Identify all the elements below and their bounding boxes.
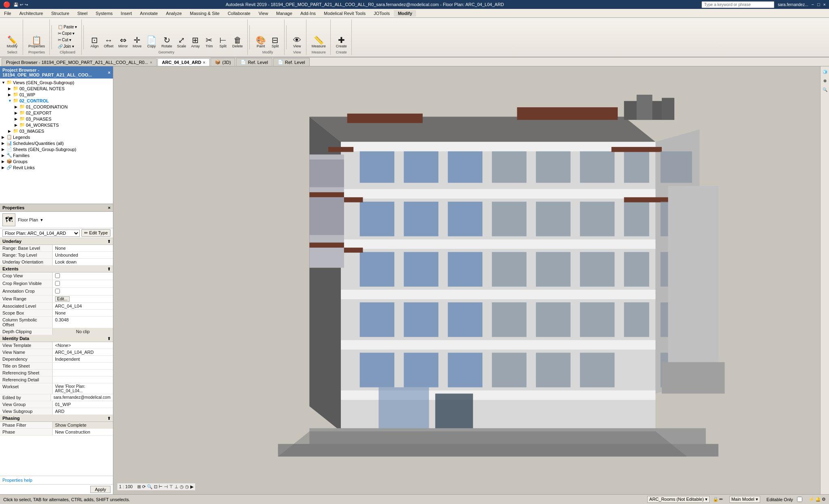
annotation-crop-checkbox[interactable] xyxy=(55,289,60,293)
prop-value-phase-filter[interactable]: Show Complete xyxy=(53,422,113,428)
tree-item-images[interactable]: ▶ 📁 03_IMAGES xyxy=(0,128,113,134)
menu-systems[interactable]: Systems xyxy=(91,10,117,17)
tree-item-control[interactable]: ▼ 📁 02_CONTROL xyxy=(0,98,113,104)
menu-jotools[interactable]: JOTools xyxy=(370,10,394,17)
paint-button[interactable]: 🎨Paint xyxy=(254,35,268,49)
steering-wheel-button[interactable]: ⊕ xyxy=(821,77,829,84)
prop-value-view-range[interactable]: Edit... xyxy=(53,296,113,302)
menu-modelical[interactable]: Modelical Revit Tools xyxy=(320,10,370,17)
prop-value-depth-clipping[interactable]: No clip xyxy=(53,328,113,335)
tree-item-views[interactable]: ▼ 📁 Views (GEN_Group-Subgroup) xyxy=(0,79,113,85)
canvas-area[interactable]: 1 : 100 ⊞ ⟳ 🔍 ⊡ ⊢ ⊣ ⊤ ⊥ ◷ ◷ ▶ xyxy=(113,66,820,494)
properties-help-link[interactable]: Properties help xyxy=(2,478,32,483)
zoom-button[interactable]: 🔍 xyxy=(821,86,829,93)
menu-manage[interactable]: Manage xyxy=(272,10,296,17)
crop-region-checkbox[interactable] xyxy=(55,281,60,286)
status-icon-3[interactable]: ⚙ xyxy=(822,497,826,502)
menu-massing[interactable]: Massing & Site xyxy=(186,10,223,17)
close-button[interactable]: × xyxy=(823,2,826,7)
mirror-button[interactable]: ⇔Mirror xyxy=(116,35,130,49)
crop-view-checkbox[interactable] xyxy=(55,273,60,278)
prop-value-ref-sheet[interactable] xyxy=(53,370,113,376)
tab-arc04-close[interactable]: × xyxy=(203,60,205,65)
menu-steel[interactable]: Steel xyxy=(73,10,91,17)
menu-collaborate[interactable]: Collaborate xyxy=(223,10,254,17)
tree-item-coordination[interactable]: ▶ 📁 01_COORDINATION xyxy=(0,104,113,110)
move-button[interactable]: ✛Move xyxy=(131,35,144,49)
prop-section-underlay-scroll[interactable]: ⬆ xyxy=(107,239,111,244)
workset-icon-2[interactable]: ✏ xyxy=(719,497,723,502)
prop-value-edited-by[interactable]: sara.fernandez@modelical.com xyxy=(51,394,113,401)
prop-floor-plan-select[interactable]: Floor Plan: ARC_04_L04_ARD xyxy=(2,230,80,237)
minimize-button[interactable]: − xyxy=(811,2,814,7)
tree-item-sheets[interactable]: ▶ 📄 Sheets (GEN_Group-Subgroup) xyxy=(0,146,113,152)
prop-value-dependency[interactable]: Independent xyxy=(53,356,113,362)
model-dropdown[interactable]: Main Model ▾ xyxy=(729,496,760,503)
tab-3d[interactable]: 📦 (3D) xyxy=(210,58,235,66)
prop-section-extents-scroll[interactable]: ⬆ xyxy=(107,267,111,271)
menu-architecture[interactable]: Architecture xyxy=(15,10,47,17)
menu-addins[interactable]: Add-Ins xyxy=(296,10,320,17)
view-btn[interactable]: 👁View xyxy=(291,35,304,49)
prop-value-view-template[interactable]: <None> xyxy=(53,342,113,349)
workset-icon-1[interactable]: 🔒 xyxy=(713,497,718,502)
prop-value-phase[interactable]: New Construction xyxy=(53,429,113,435)
prop-value-col-offset[interactable]: 0.3048 xyxy=(53,317,113,328)
quick-access-save[interactable]: 💾 xyxy=(13,2,18,7)
view-cube-button[interactable]: 🧊 xyxy=(821,68,829,75)
prop-type-dropdown[interactable]: ▾ xyxy=(40,217,43,223)
quick-access-undo[interactable]: ↩ xyxy=(20,2,23,7)
join-button[interactable]: 🔗Join ▾ xyxy=(56,43,76,49)
properties-close[interactable]: × xyxy=(108,205,111,210)
prop-section-phasing-scroll[interactable]: ⬆ xyxy=(107,416,111,421)
modify-button[interactable]: ✏️ Modify xyxy=(4,35,20,49)
tree-item-phases[interactable]: ▶ 📁 03_PHASES xyxy=(0,116,113,122)
prop-value-underlay-orient[interactable]: Look down xyxy=(53,259,113,265)
editable-only-checkbox[interactable] xyxy=(797,497,802,502)
offset-button[interactable]: ↔Offset xyxy=(102,35,115,49)
status-icon-1[interactable]: ⚡ xyxy=(809,497,814,502)
align-button[interactable]: ⊡Align xyxy=(88,35,101,49)
status-icon-2[interactable]: 🔔 xyxy=(815,497,821,502)
tab-ref-level-1[interactable]: 📄 Ref. Level xyxy=(236,58,272,66)
prop-value-crop-region[interactable] xyxy=(53,280,113,287)
tab-ref-level-2[interactable]: 📄 Ref. Level xyxy=(273,58,310,66)
tree-item-worksets[interactable]: ▶ 📁 04_WORKSETS xyxy=(0,122,113,128)
scale-button[interactable]: ⤢Scale xyxy=(175,35,188,49)
paste-button[interactable]: 📋Paste ▾ xyxy=(56,24,79,30)
tree-item-legends[interactable]: ▶ 📋 Legends xyxy=(0,134,113,140)
prop-value-annotation-crop[interactable] xyxy=(53,288,113,295)
measure-btn[interactable]: 📏Measure xyxy=(310,35,328,49)
prop-section-identity-scroll[interactable]: ⬆ xyxy=(107,336,111,341)
prop-value-base-level[interactable]: None xyxy=(53,245,113,251)
prop-value-view-subgroup[interactable]: ARD xyxy=(53,408,113,415)
menu-insert[interactable]: Insert xyxy=(117,10,136,17)
prop-value-view-name[interactable]: ARC_04_L04_ARD xyxy=(53,349,113,355)
tree-item-general-notes[interactable]: ▶ 📁 00_GENERAL NOTES xyxy=(0,85,113,91)
trim-button[interactable]: ✂Trim xyxy=(203,35,216,49)
tree-item-schedules[interactable]: ▶ 📊 Schedules/Quantities (all) xyxy=(0,140,113,146)
prop-value-top-level[interactable]: Unbounded xyxy=(53,252,113,258)
tree-item-groups[interactable]: ▶ 📦 Groups xyxy=(0,158,113,164)
tab-project-browser-close[interactable]: × xyxy=(150,60,152,65)
prop-value-title-on-sheet[interactable] xyxy=(53,363,113,369)
menu-file[interactable]: File xyxy=(0,10,15,17)
menu-view[interactable]: View xyxy=(255,10,272,17)
prop-apply-button[interactable]: Apply xyxy=(90,486,111,493)
create-btn[interactable]: ✚Create xyxy=(334,35,349,49)
prop-edit-type-button[interactable]: ✏ Edit Type xyxy=(81,229,111,237)
tree-item-export[interactable]: ▶ 📁 02_EXPORT xyxy=(0,110,113,116)
tab-project-browser[interactable]: Project Browser - 18194_OPE_MOD_PART_A21… xyxy=(2,58,157,66)
copy-button[interactable]: 📄Copy xyxy=(145,35,159,49)
view-range-edit-button[interactable]: Edit... xyxy=(55,296,70,302)
properties-button[interactable]: 📋 Properties xyxy=(26,35,47,49)
menu-annotate[interactable]: Annotate xyxy=(136,10,162,17)
delete-button[interactable]: 🗑Delete xyxy=(230,35,245,49)
rotate-button[interactable]: ↻Rotate xyxy=(159,35,174,49)
prop-value-ref-detail[interactable] xyxy=(53,376,113,383)
tree-item-families[interactable]: ▶ 🔧 Families xyxy=(0,152,113,158)
prop-value-assoc-level[interactable]: ARC_04_L04 xyxy=(53,303,113,309)
global-search-input[interactable] xyxy=(701,1,774,8)
tree-item-wip[interactable]: ▶ 📁 01_WIP xyxy=(0,91,113,98)
prop-value-workset[interactable]: View 'Floor Plan: ARC_04_L04... xyxy=(53,383,113,394)
